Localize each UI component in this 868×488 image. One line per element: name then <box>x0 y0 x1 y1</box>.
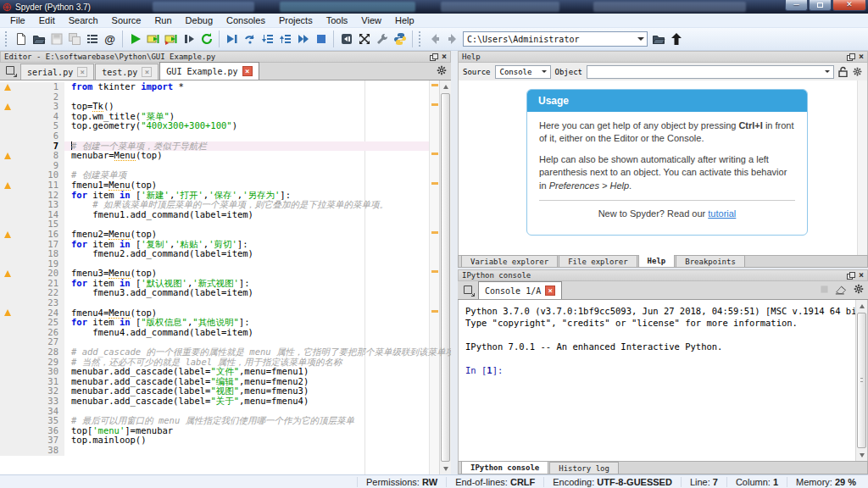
preferences-icon[interactable] <box>373 30 391 48</box>
close-pane-icon[interactable]: × <box>442 53 447 61</box>
menu-item-source[interactable]: Source <box>105 14 148 26</box>
menu-item-view[interactable]: View <box>354 14 388 26</box>
minimize-button[interactable]: ─ <box>785 0 808 11</box>
menu-item-consoles[interactable]: Consoles <box>220 14 272 26</box>
tab-ipython-console[interactable]: IPython console <box>461 461 548 474</box>
close-tab-icon[interactable]: × <box>142 67 152 77</box>
code-editor[interactable]: 1from tkinter import *23top=Tk()4top.wm_… <box>0 80 451 474</box>
close-tab-icon[interactable]: × <box>77 67 87 77</box>
warning-icon <box>4 270 11 277</box>
run-cell-advance-icon[interactable] <box>162 30 180 48</box>
console-content[interactable]: Python 3.7.0 (v3.7.0:1bf9cc5093, Jun 27 … <box>458 300 868 461</box>
lock-icon[interactable] <box>838 66 848 77</box>
python-path-manager-icon[interactable] <box>391 30 409 48</box>
find-symbols-icon[interactable]: @ <box>101 30 119 48</box>
run-icon[interactable] <box>126 30 144 48</box>
tutorial-link[interactable]: tutorial <box>708 208 736 219</box>
pane-splitter-vertical[interactable] <box>451 51 458 474</box>
clear-console-icon[interactable] <box>835 284 848 295</box>
close-pane-icon[interactable]: × <box>859 271 864 280</box>
maximize-pane-icon[interactable] <box>337 30 355 48</box>
editor-options-gear-icon[interactable] <box>436 64 448 76</box>
editor-tab-test-py[interactable]: test.py× <box>95 64 159 80</box>
menu-item-tools[interactable]: Tools <box>320 14 355 26</box>
toolbar-drag-handle[interactable] <box>419 31 423 47</box>
tab-variable-explorer[interactable]: Variable explorer <box>461 255 558 267</box>
console-tab[interactable]: Console 1/A × <box>478 281 562 299</box>
tab-file-explorer[interactable]: File explorer <box>559 255 637 267</box>
menu-item-projects[interactable]: Projects <box>272 14 320 26</box>
menu-item-help[interactable]: Help <box>388 14 421 26</box>
run-cell-icon[interactable] <box>144 30 162 48</box>
help-scrollbar[interactable] <box>857 80 867 255</box>
editor-tab-gui-example-py[interactable]: GUI Example.py× <box>159 62 259 80</box>
step-into-icon[interactable] <box>259 30 276 48</box>
file-switcher-icon[interactable] <box>83 30 101 48</box>
scroll-up-icon[interactable] <box>856 300 868 312</box>
debug-icon[interactable] <box>223 30 241 48</box>
menu-item-file[interactable]: File <box>3 14 32 26</box>
statusbar: Permissions: RWEnd-of-lines: CRLFEncodin… <box>0 474 868 488</box>
rerun-cell-icon[interactable] <box>198 30 215 48</box>
browse-tabs-icon[interactable] <box>2 64 20 79</box>
status-encoding: Encoding: UTF-8-GUESSED <box>543 477 681 487</box>
help-content: Usage Here you can get help of any objec… <box>458 80 868 255</box>
undock-icon[interactable] <box>847 272 855 280</box>
interrupt-kernel-icon[interactable] <box>819 284 830 295</box>
open-directory-icon[interactable] <box>649 30 667 48</box>
usage-paragraph-2: Help can also be shown automatically aft… <box>539 153 795 192</box>
menu-item-debug[interactable]: Debug <box>179 14 220 26</box>
save-icon[interactable] <box>47 30 65 48</box>
back-icon[interactable] <box>426 30 443 48</box>
menu-item-search[interactable]: Search <box>62 14 105 26</box>
console-scrollbar[interactable] <box>855 300 867 461</box>
close-tab-icon[interactable]: × <box>545 286 555 296</box>
close-tab-icon[interactable]: × <box>242 66 253 76</box>
working-directory-combo[interactable]: C:\Users\Administrator <box>463 31 648 47</box>
close-button[interactable]: ✕ <box>832 0 866 11</box>
save-all-icon[interactable] <box>65 30 83 48</box>
tab-breakpoints[interactable]: Breakpoints <box>676 255 745 267</box>
help-options-gear-icon[interactable] <box>852 66 863 77</box>
scroll-down-icon[interactable] <box>440 463 451 474</box>
close-pane-icon[interactable]: × <box>859 53 864 61</box>
status-end-of-lines: End-of-lines: CRLF <box>446 477 543 487</box>
help-pane-title: Help <box>462 53 847 61</box>
tab-help[interactable]: Help <box>638 254 676 267</box>
forward-icon[interactable] <box>443 30 461 48</box>
undock-icon[interactable] <box>430 53 438 61</box>
code-line-14: 14 fmenu1.add_command(label=item) <box>0 210 429 220</box>
fullscreen-icon[interactable] <box>355 30 373 48</box>
console-pane-header: IPython console × <box>458 269 868 281</box>
parent-directory-icon[interactable] <box>667 30 685 48</box>
code-line-33: 33menubar.add_cascade(label="关于",menu=fm… <box>0 396 429 407</box>
editor-scrollbar[interactable] <box>439 80 451 474</box>
run-selection-icon[interactable] <box>180 30 198 48</box>
browse-tabs-icon[interactable] <box>459 283 478 298</box>
step-over-icon[interactable] <box>241 30 259 48</box>
continue-execution-icon[interactable] <box>294 30 312 48</box>
stop-debug-icon[interactable] <box>312 30 330 48</box>
undock-icon[interactable] <box>847 53 855 61</box>
tab-history-log[interactable]: History log <box>549 462 619 474</box>
menu-item-run[interactable]: Run <box>147 14 178 26</box>
console-banner-line: IPython 7.0.1 -- An enhanced Interactive… <box>465 341 860 352</box>
status-line: Line: 7 <box>681 477 726 487</box>
scroll-up-icon[interactable] <box>440 80 451 92</box>
code-line-5: 5top.geometry("400x300+300+100") <box>0 121 429 131</box>
console-options-gear-icon[interactable] <box>853 283 865 295</box>
editor-tab-serial-py[interactable]: serial.py× <box>20 64 94 80</box>
new-file-icon[interactable] <box>12 30 30 48</box>
step-out-icon[interactable] <box>276 30 294 48</box>
code-line-19: 19 <box>0 259 429 269</box>
open-file-icon[interactable] <box>30 30 47 48</box>
menu-item-edit[interactable]: Edit <box>32 14 62 26</box>
chevron-down-icon[interactable] <box>635 32 647 46</box>
restore-button[interactable] <box>809 0 832 11</box>
source-select[interactable]: Console <box>495 65 551 79</box>
code-line-37: 37top.mainloop() <box>0 435 429 446</box>
scroll-down-icon[interactable] <box>856 449 868 461</box>
toolbar-drag-handle[interactable] <box>5 31 9 47</box>
usage-card-title: Usage <box>527 90 807 112</box>
object-combo[interactable] <box>587 65 834 79</box>
